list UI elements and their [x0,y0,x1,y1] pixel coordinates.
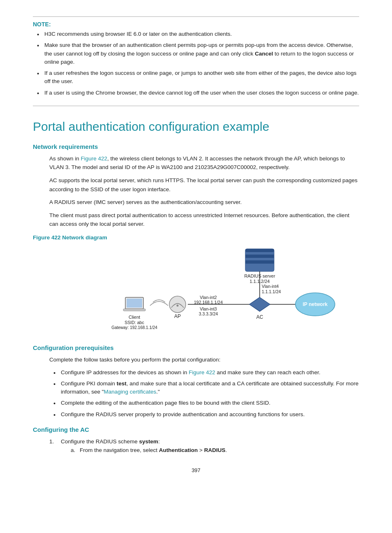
note-label: NOTE: [33,21,359,28]
configuring-ac-section: Configuring the AC Configure the RADIUS … [33,426,359,455]
top-rule [33,16,359,17]
figure-422-link-1[interactable]: Figure 422 [81,155,108,162]
nr-para-2: AC supports the local portal server, whi… [49,176,359,194]
svg-text:IP network: IP network [303,301,328,307]
svg-text:SSID: abc: SSID: abc [125,320,144,325]
note-bullet-2: Make sure that the browser of an authent… [37,41,359,66]
svg-rect-2 [245,255,274,258]
nr-para-1: As shown in Figure 422, the wireless cli… [49,154,359,172]
note-bullet-4: If a user is using the Chrome browser, t… [37,89,359,97]
nr-para-4: The client must pass direct portal authe… [49,211,359,229]
network-diagram-container: RADIUS server 1.1.1.2/24 Vlan-int4 1.1.1… [33,245,359,335]
config-prerequisites-section: Configuration prerequisites Complete the… [33,344,359,419]
note-bullet-list: H3C recommends using browser IE 6.0 or l… [33,30,359,97]
ac-steps-list: Configure the RADIUS scheme system: From… [49,437,359,455]
svg-rect-3 [245,260,274,264]
configuring-ac-heading: Configuring the AC [33,426,359,433]
network-requirements-section: Network requirements As shown in Figure … [33,143,359,335]
nr-para-3: A RADIUS server (IMC server) serves as t… [49,198,359,207]
svg-rect-1 [245,249,274,252]
vlan-int3-ip: 3.3.3.3/24 [199,311,218,316]
vlan-int2-ip: 192.168.1.1/24 [194,300,223,305]
config-prerequisites-list: Configure IP addresses for the devices a… [49,368,359,419]
config-prerequisites-intro: Complete the follow tasks before you per… [49,355,359,364]
svg-point-11 [177,304,179,306]
ac-step-1a: From the navigation tree, select Authent… [71,446,359,455]
ap-node: AP [169,296,186,319]
client-node: Client SSID: abc Gateway: 192.168.1.1/24 [111,297,157,330]
vlan-int4-ip: 1.1.1.1/24 [262,289,281,294]
page-title: Portal authentication configuration exam… [33,119,359,134]
wifi-wave-1 [153,300,165,302]
vlan-int3-label: Vlan-int3 [200,306,217,311]
cp-bullet-4: Configure the RADIUS server properly to … [53,410,359,419]
svg-text:AC: AC [256,314,263,320]
ip-network-node: IP network [295,293,335,316]
network-diagram: RADIUS server 1.1.1.2/24 Vlan-int4 1.1.1… [56,245,336,335]
note-bullet-1: H3C recommends using browser IE 6.0 or l… [37,30,359,38]
svg-marker-6 [249,297,270,311]
svg-rect-14 [127,299,142,308]
cp-bullet-1: Configure IP addresses for the devices a… [53,368,359,377]
cp-bullet-2: Configure PKI domain test, and make sure… [53,380,359,396]
network-requirements-heading: Network requirements [33,143,359,150]
ac-node: AC [249,297,270,320]
ac-step-1-sub: From the navigation tree, select Authent… [61,446,359,455]
figure-label: Figure 422 Network diagram [33,234,359,241]
config-prerequisites-heading: Configuration prerequisites [33,344,359,351]
cp-bullet-3: Complete the editing of the authenticati… [53,399,359,407]
note-bullet-3: If a user refreshes the logon success or… [37,69,359,86]
svg-rect-15 [123,309,145,311]
svg-rect-0 [245,249,274,271]
figure-422-link-2[interactable]: Figure 422 [189,369,215,375]
note-box: NOTE: H3C recommends using browser IE 6.… [33,16,359,106]
svg-text:AP: AP [174,313,181,319]
svg-text:Client: Client [129,315,140,320]
vlan-int4-label: Vlan-int4 [262,284,279,289]
ac-step-1: Configure the RADIUS scheme system: From… [49,437,359,455]
svg-point-10 [169,296,186,313]
managing-certificates-link[interactable]: Managing certificates [104,389,157,395]
page-number: 397 [33,467,359,473]
page: NOTE: H3C recommends using browser IE 6.… [0,0,392,533]
vlan-int2-label: Vlan-int2 [200,295,217,300]
svg-text:Gateway: 192.168.1.1/24: Gateway: 192.168.1.1/24 [111,325,157,330]
